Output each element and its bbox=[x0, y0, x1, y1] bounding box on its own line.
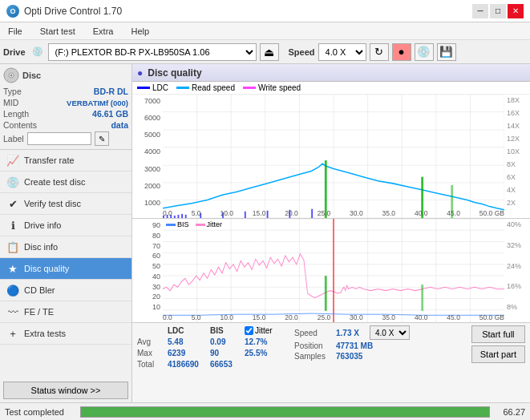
speed-select[interactable]: 4.0 X bbox=[318, 43, 366, 61]
sidebar-item-create-test-disc[interactable]: 💿 Create test disc bbox=[0, 172, 131, 193]
bottom-x-axis: 0.05.010.015.020.025.030.035.040.045.050… bbox=[163, 313, 504, 322]
jitter-legend-color bbox=[196, 224, 205, 226]
svg-point-2 bbox=[10, 75, 13, 77]
main-area: Disc Type BD-R DL MID VERBATIMf (000) Le… bbox=[0, 64, 530, 402]
legend-ldc: LDC bbox=[137, 83, 168, 92]
samples-row: Samples 763035 bbox=[294, 352, 410, 361]
sidebar-item-cd-bler[interactable]: 🔵 CD Bler bbox=[0, 280, 131, 301]
fe-te-icon: 〰 bbox=[6, 305, 19, 318]
stats-total-row: Total 4186690 66653 bbox=[137, 359, 281, 370]
stats-max-row: Max 6239 90 25.5% bbox=[137, 348, 281, 358]
status-bar: Test completed 66.27 bbox=[0, 402, 530, 420]
start-full-button[interactable]: Start full bbox=[471, 325, 525, 343]
maximize-button[interactable]: □ bbox=[490, 4, 506, 18]
menu-file[interactable]: File bbox=[3, 25, 27, 38]
menu-help[interactable]: Help bbox=[126, 25, 154, 38]
status-window-button[interactable]: Status window >> bbox=[3, 382, 128, 399]
legend-read-color bbox=[176, 87, 189, 89]
bottom-chart-container: 90 80 70 60 50 40 30 20 10 bbox=[132, 219, 530, 323]
top-chart-svg bbox=[163, 95, 504, 218]
status-text: Test completed bbox=[5, 407, 77, 417]
bottom-chart-legend: BIS Jitter bbox=[166, 220, 222, 228]
stats-table: LDC BIS Jitter Avg 5.48 0.09 12.7% Max 6… bbox=[137, 325, 281, 370]
status-value: 66.27 bbox=[493, 407, 525, 417]
bottom-chart-svg bbox=[163, 219, 504, 322]
top-chart-svg-area: 0.05.010.015.020.025.030.035.040.045.050… bbox=[163, 95, 504, 218]
sidebar-item-fe-te[interactable]: 〰 FE / TE bbox=[0, 301, 131, 323]
sidebar-item-extra-tests[interactable]: + Extra tests bbox=[0, 323, 131, 345]
menu-extra[interactable]: Extra bbox=[88, 25, 119, 38]
sidebar-item-drive-info[interactable]: ℹ Drive info bbox=[0, 215, 131, 236]
sidebar-item-transfer-rate[interactable]: 📈 Transfer rate bbox=[0, 150, 131, 172]
speed-display-select[interactable]: 4.0 X bbox=[370, 325, 410, 340]
verify-test-disc-icon: ✔ bbox=[6, 197, 19, 210]
disc-label-row: Label ✎ bbox=[3, 131, 128, 146]
stats-header: LDC BIS Jitter bbox=[137, 325, 281, 336]
chart-header: ● Disc quality bbox=[132, 64, 530, 82]
stats-avg-row: Avg 5.48 0.09 12.7% bbox=[137, 337, 281, 347]
bottom-y-axis-right: 40% 32% 24% 16% 8% bbox=[504, 219, 530, 322]
bottom-y-axis-left: 90 80 70 60 50 40 30 20 10 bbox=[132, 219, 163, 322]
disc-quality-icon: ★ bbox=[6, 262, 19, 275]
jitter-checkbox[interactable] bbox=[245, 326, 253, 335]
drive-icon: 💿 bbox=[32, 46, 43, 57]
disc-panel: Disc Type BD-R DL MID VERBATIMf (000) Le… bbox=[0, 64, 131, 150]
legend-read: Read speed bbox=[176, 83, 235, 92]
disc-label-edit-button[interactable]: ✎ bbox=[95, 131, 109, 146]
disc-mid-row: MID VERBATIMf (000) bbox=[3, 98, 128, 107]
chart-area: ● Disc quality LDC Read speed Write spee… bbox=[132, 64, 530, 402]
drive-info-icon: ℹ bbox=[6, 219, 19, 232]
chart-title: Disc quality bbox=[148, 67, 201, 79]
speed-info-panel: Speed 1.73 X 4.0 X Position 47731 MB Sam… bbox=[294, 325, 410, 361]
close-button[interactable]: ✕ bbox=[508, 4, 524, 18]
sidebar-item-disc-quality[interactable]: ★ Disc quality bbox=[0, 258, 131, 280]
disc-title: Disc bbox=[22, 71, 41, 80]
legend-write: Write speed bbox=[243, 83, 301, 92]
title-controls: ─ □ ✕ bbox=[472, 4, 524, 18]
drive-select[interactable]: (F:) PLEXTOR BD-R PX-LB950SA 1.06 bbox=[48, 43, 257, 61]
chart-legend: LDC Read speed Write speed bbox=[132, 82, 530, 95]
sidebar-item-verify-test-disc[interactable]: ✔ Verify test disc bbox=[0, 193, 131, 215]
toolbar-save-button[interactable]: 💾 bbox=[437, 43, 456, 61]
top-x-axis: 0.05.010.015.020.025.030.035.040.045.050… bbox=[163, 209, 504, 218]
start-part-button[interactable]: Start part bbox=[471, 345, 525, 363]
toolbar-record-button[interactable]: ● bbox=[392, 43, 411, 61]
drive-toolbar: Drive 💿 (F:) PLEXTOR BD-R PX-LB950SA 1.0… bbox=[0, 40, 530, 64]
bis-legend-color bbox=[166, 224, 176, 226]
bottom-chart-svg-area: 0.05.010.015.020.025.030.035.040.045.050… bbox=[163, 219, 504, 322]
extra-tests-icon: + bbox=[6, 327, 19, 340]
bottom-stats-panel: LDC BIS Jitter Avg 5.48 0.09 12.7% Max 6… bbox=[132, 323, 530, 402]
menu-bar: File Start test Extra Help bbox=[0, 22, 530, 40]
toolbar-disc-button[interactable]: 💿 bbox=[415, 43, 434, 61]
app-icon: O bbox=[6, 5, 19, 18]
legend-ldc-color bbox=[137, 87, 150, 89]
top-y-axis-left: 7000 6000 5000 4000 3000 2000 1000 bbox=[132, 95, 163, 218]
menu-start-test[interactable]: Start test bbox=[35, 25, 80, 38]
transfer-rate-icon: 📈 bbox=[6, 154, 19, 167]
action-buttons: Start full Start part bbox=[471, 325, 525, 363]
jitter-checkbox-label[interactable]: Jitter bbox=[245, 326, 273, 335]
title-bar: O Opti Drive Control 1.70 ─ □ ✕ bbox=[0, 0, 530, 22]
sidebar: Disc Type BD-R DL MID VERBATIMf (000) Le… bbox=[0, 64, 132, 402]
position-row: Position 47731 MB bbox=[294, 341, 410, 350]
eject-button[interactable]: ⏏ bbox=[260, 43, 279, 61]
cd-bler-icon: 🔵 bbox=[6, 284, 19, 297]
disc-length-row: Length 46.61 GB bbox=[3, 109, 128, 119]
top-chart-container: 7000 6000 5000 4000 3000 2000 1000 bbox=[132, 95, 530, 219]
speed-label: Speed bbox=[289, 47, 315, 57]
sidebar-item-disc-info[interactable]: 📋 Disc info bbox=[0, 236, 131, 258]
create-test-disc-icon: 💿 bbox=[6, 176, 19, 188]
app-title: Opti Drive Control 1.70 bbox=[24, 6, 122, 17]
disc-contents-row: Contents data bbox=[3, 120, 128, 130]
legend-write-color bbox=[243, 87, 256, 89]
top-y-axis-right: 18X 16X 14X 12X 10X 8X 6X 4X 2X bbox=[504, 95, 530, 218]
minimize-button[interactable]: ─ bbox=[472, 4, 488, 18]
progress-bar bbox=[80, 406, 490, 418]
disc-info-icon: 📋 bbox=[6, 240, 19, 253]
disc-label-input[interactable] bbox=[27, 132, 91, 145]
disc-panel-icon bbox=[3, 67, 19, 83]
progress-bar-fill bbox=[81, 407, 489, 417]
drive-label: Drive bbox=[3, 47, 26, 57]
svg-rect-57 bbox=[325, 276, 327, 311]
toolbar-refresh-button[interactable]: ↻ bbox=[370, 43, 389, 61]
